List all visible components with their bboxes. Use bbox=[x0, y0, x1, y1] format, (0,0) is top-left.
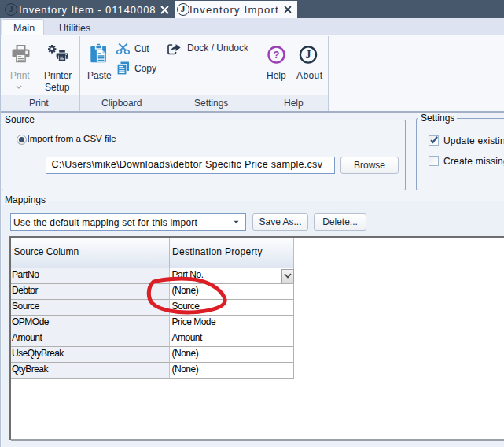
svg-text:J: J bbox=[306, 49, 311, 61]
svg-text:?: ? bbox=[274, 49, 280, 61]
